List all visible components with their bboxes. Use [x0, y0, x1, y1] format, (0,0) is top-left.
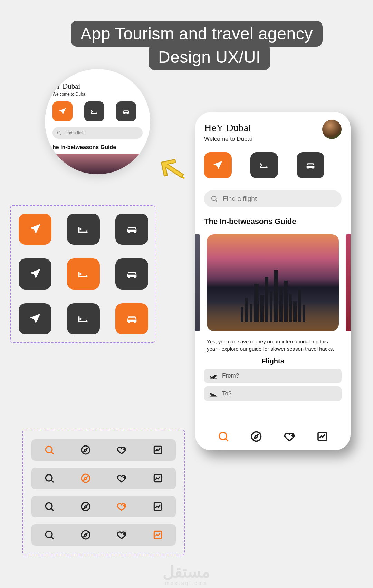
zoom-subtitle: Welcome to Dubai [52, 92, 143, 97]
page-title-line2: Design UX/UI [149, 44, 270, 70]
zoom-heading: he In-betweasons Guide [52, 144, 143, 150]
bottom-nav-variant [31, 439, 176, 461]
nav-search-icon[interactable] [44, 473, 55, 484]
tile-car-icon[interactable] [115, 258, 148, 290]
icon-variants-panel [10, 205, 155, 343]
bottom-nav-variant [31, 468, 176, 489]
tile-bed-icon[interactable] [67, 303, 100, 334]
nav-trends-icon[interactable] [152, 529, 163, 540]
nav-favorites-icon[interactable] [116, 473, 127, 484]
search-input[interactable]: Find a flight [52, 127, 143, 139]
nav-favorites-icon[interactable] [116, 501, 127, 512]
page-title: HeY Dubai [204, 122, 252, 134]
category-flights[interactable] [52, 101, 73, 121]
zoom-title: eY Dubai [52, 82, 143, 91]
flights-section-title: Flights [204, 357, 342, 365]
nav-search-icon[interactable] [44, 501, 55, 512]
carousel-next-peek [346, 234, 351, 331]
nav-explore-icon[interactable] [80, 473, 91, 484]
bottom-nav [204, 425, 342, 444]
page-title-line1: App Tourism and travel agency [71, 21, 323, 47]
tile-car-icon[interactable] [115, 214, 148, 245]
page-subtitle: Welcome to Dubai [204, 136, 252, 143]
category-cars[interactable] [297, 152, 324, 178]
nav-explore-icon[interactable] [80, 444, 91, 455]
to-input[interactable]: To? [204, 386, 342, 401]
watermark: مستقل [163, 562, 210, 581]
avatar[interactable] [322, 120, 342, 139]
nav-trends-icon[interactable] [152, 501, 163, 512]
search-placeholder: Find a flight [64, 130, 86, 135]
nav-favorites-icon[interactable] [283, 430, 296, 443]
nav-explore-icon[interactable] [80, 529, 91, 540]
category-hotels[interactable] [84, 101, 104, 121]
tile-bed-icon[interactable] [67, 214, 100, 245]
zoom-image [45, 154, 150, 174]
nav-search-icon[interactable] [44, 529, 55, 540]
arrow-icon [152, 150, 189, 188]
nav-favorites-icon[interactable] [116, 529, 127, 540]
category-flights[interactable] [204, 152, 232, 178]
tile-plane-icon[interactable] [19, 258, 51, 290]
nav-explore-icon[interactable] [250, 430, 262, 443]
from-placeholder: From? [222, 372, 239, 379]
guide-card-image[interactable] [207, 234, 339, 331]
from-input[interactable]: From? [204, 369, 342, 383]
watermark-sub: mostaql.com [165, 580, 208, 586]
bottom-nav-variant [31, 496, 176, 517]
tile-plane-icon[interactable] [19, 214, 51, 245]
tile-bed-icon[interactable] [67, 258, 100, 290]
avatar [139, 79, 150, 92]
nav-trends-icon[interactable] [316, 430, 328, 443]
nav-search-icon[interactable] [217, 430, 230, 443]
tile-plane-icon[interactable] [19, 303, 51, 334]
guide-carousel[interactable] [195, 234, 351, 331]
section-heading: The In-betweasons Guide [204, 217, 342, 226]
zoom-preview: eY Dubai Welcome to Dubai Find a flight … [45, 69, 150, 174]
search-placeholder: Find a flight [223, 195, 257, 203]
phone-mockup: HeY Dubai Welcome to Dubai Find a flight… [195, 112, 351, 450]
nav-trends-icon[interactable] [152, 473, 163, 484]
to-placeholder: To? [222, 390, 231, 397]
nav-explore-icon[interactable] [80, 501, 91, 512]
tile-car-icon[interactable] [115, 303, 148, 334]
category-cars[interactable] [116, 101, 136, 121]
nav-search-icon[interactable] [44, 444, 55, 455]
search-input[interactable]: Find a flight [204, 190, 342, 207]
nav-trends-icon[interactable] [152, 444, 163, 455]
bottom-nav-variant [31, 524, 176, 546]
bottom-nav-variants-panel [22, 430, 185, 555]
carousel-prev-peek [195, 234, 200, 331]
nav-favorites-icon[interactable] [116, 444, 127, 455]
category-hotels[interactable] [250, 152, 278, 178]
guide-caption: Yes, you can save money on an internatio… [204, 338, 342, 352]
